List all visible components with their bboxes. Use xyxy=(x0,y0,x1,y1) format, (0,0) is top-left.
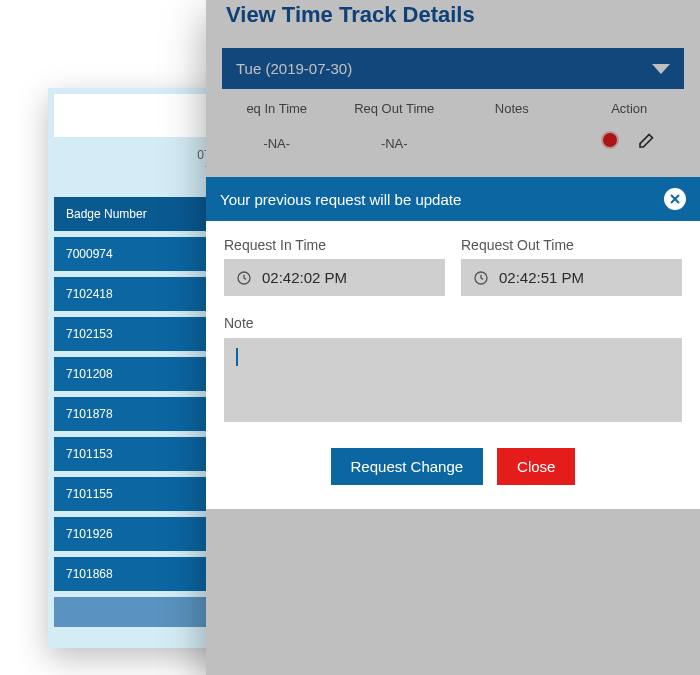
details-column-headers: eq In Time Req Out Time Notes Action xyxy=(206,101,700,122)
label-request-in-time: Request In Time xyxy=(224,237,445,253)
badge-number: 7101868 xyxy=(66,567,113,581)
note-textarea[interactable] xyxy=(224,338,682,422)
close-icon[interactable] xyxy=(664,188,686,210)
request-out-time-input[interactable]: 02:42:51 PM xyxy=(461,259,682,296)
date-select-label: Tue (2019-07-30) xyxy=(236,60,352,77)
record-status-icon[interactable] xyxy=(603,133,617,147)
details-title: View Time Track Details xyxy=(206,0,700,38)
edit-icon[interactable] xyxy=(635,132,655,155)
badge-number: 7101155 xyxy=(66,487,113,501)
clock-icon xyxy=(473,270,489,286)
text-caret-icon xyxy=(236,348,238,366)
date-select[interactable]: Tue (2019-07-30) xyxy=(222,48,684,89)
details-row: -NA- -NA- xyxy=(206,122,700,167)
badge-number: 7101153 xyxy=(66,447,113,461)
request-change-button[interactable]: Request Change xyxy=(331,448,484,485)
col-action: Action xyxy=(571,101,689,116)
modal-banner: Your previous request will be update xyxy=(206,177,700,221)
cell-req-out: -NA- xyxy=(336,136,454,151)
chevron-down-icon xyxy=(652,64,670,74)
badge-number: 7101926 xyxy=(66,527,113,541)
col-req-out: Req Out Time xyxy=(336,101,454,116)
col-req-in: eq In Time xyxy=(218,101,336,116)
request-out-time-value: 02:42:51 PM xyxy=(499,269,584,286)
cell-req-in: -NA- xyxy=(218,136,336,151)
request-in-time-input[interactable]: 02:42:02 PM xyxy=(224,259,445,296)
badge-number: 7102153 xyxy=(66,327,113,341)
badge-number: 7101878 xyxy=(66,407,113,421)
modal-banner-text: Your previous request will be update xyxy=(220,191,461,208)
col-notes: Notes xyxy=(453,101,571,116)
label-request-out-time: Request Out Time xyxy=(461,237,682,253)
label-note: Note xyxy=(224,315,254,331)
badge-number: 7000974 xyxy=(66,247,113,261)
clock-icon xyxy=(236,270,252,286)
badge-number: 7102418 xyxy=(66,287,113,301)
cell-action xyxy=(571,132,689,155)
request-in-time-value: 02:42:02 PM xyxy=(262,269,347,286)
close-button[interactable]: Close xyxy=(497,448,575,485)
request-update-modal: Your previous request will be update Req… xyxy=(206,177,700,509)
badge-number: 7101208 xyxy=(66,367,113,381)
